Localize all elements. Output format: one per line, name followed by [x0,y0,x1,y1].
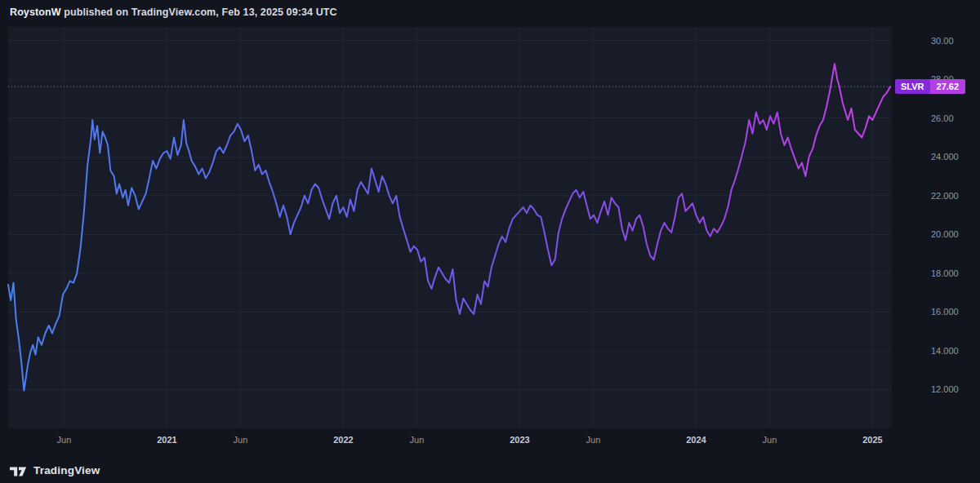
price-chart[interactable] [0,0,980,483]
last-price-value: 27.62 [930,79,966,94]
tradingview-brand[interactable]: TradingView [33,464,100,476]
published-chart-page: RoystonW published on TradingView.com, F… [0,0,980,483]
footer-bar: TradingView [10,464,100,476]
last-price-label: SLVR 27.62 [895,79,965,94]
last-price-ticker: SLVR [895,79,930,94]
tradingview-logo-icon[interactable] [10,464,28,476]
